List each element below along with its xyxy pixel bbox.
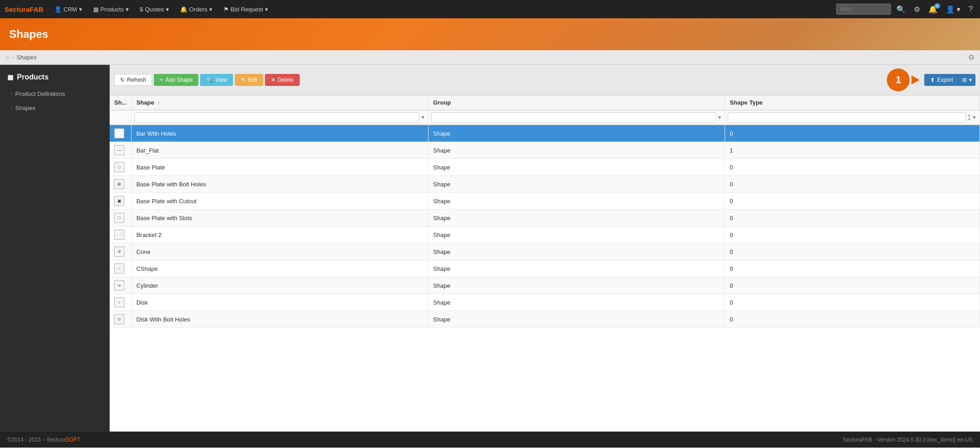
help-input[interactable]	[836, 4, 891, 15]
row-type-cell: 0	[725, 176, 980, 193]
table-row[interactable]: ↺ConeShape0	[110, 243, 980, 260]
filter-cell-sh	[110, 110, 132, 125]
row-icon-cell: —	[110, 142, 132, 159]
sidebar-title-text: Products	[17, 73, 48, 81]
notifications-icon[interactable]: 🔔0	[926, 3, 940, 16]
row-type-cell: 0	[725, 243, 980, 260]
gear-icon[interactable]: ⚙	[911, 3, 923, 16]
flag-icon: ⚑	[223, 6, 229, 13]
col-header-sh: Sh...	[110, 95, 132, 110]
bell-icon: 🔔	[180, 6, 187, 13]
page-title: Shapes	[9, 28, 48, 41]
row-type-cell: 1	[725, 142, 980, 159]
brand-logo: SecturaFAB	[5, 5, 43, 13]
shape-thumbnail-icon: ▣	[114, 196, 124, 206]
row-type-cell: 0	[725, 227, 980, 243]
table-header-row: Sh... Shape ↑ Group Shape Type	[110, 95, 980, 110]
shape-thumbnail-icon: ⊞	[114, 179, 124, 189]
row-type-cell: 0	[725, 210, 980, 227]
shape-thumbnail-icon: ⊙	[114, 314, 124, 324]
footer: ©2014 - 2023 – SecturaSOFT SecturaFAB - …	[0, 432, 980, 448]
type-filter-input[interactable]	[728, 112, 966, 122]
sidebar: ▦ Products › Product Definitions › Shape…	[0, 65, 110, 432]
table-row[interactable]: ⌢CShapeShape0	[110, 260, 980, 277]
row-name-cell: Cylinder	[132, 277, 429, 294]
user-icon[interactable]: 👤 ▾	[943, 3, 963, 16]
top-navigation: SecturaFAB 👤 CRM ▾ ▦ Products ▾ $ Quotes…	[0, 0, 980, 18]
nav-products[interactable]: ▦ Products ▾	[89, 3, 133, 16]
table-row[interactable]: —Bar_FlatShape1	[110, 142, 980, 159]
nav-quotes[interactable]: $ Quotes ▾	[135, 3, 174, 16]
row-name-cell: Base Plate	[132, 159, 429, 176]
crm-label: CRM	[64, 6, 77, 13]
row-group-cell: Shape	[429, 277, 725, 294]
footer-copyright: ©2014 - 2023 – SecturaSOFT	[7, 437, 80, 443]
arrow-icon: ›	[11, 91, 12, 96]
export-button[interactable]: ⬆ Export	[924, 74, 959, 86]
table-row[interactable]: □Base PlateShape0	[110, 159, 980, 176]
col-header-type[interactable]: Shape Type	[725, 95, 980, 110]
row-group-cell: Shape	[429, 227, 725, 243]
row-group-cell: Shape	[429, 142, 725, 159]
chevron-down-icon: ▾	[209, 6, 212, 13]
nav-orders[interactable]: 🔔 Orders ▾	[175, 3, 217, 16]
main-layout: ▦ Products › Product Definitions › Shape…	[0, 65, 980, 432]
annotation-number: 1	[895, 74, 901, 86]
filter-icon[interactable]: ▼	[972, 115, 977, 120]
notifications-badge: 0	[934, 3, 940, 9]
row-type-cell: 0	[725, 193, 980, 210]
breadcrumb-gear-icon[interactable]: ⚙	[968, 53, 975, 62]
table-row[interactable]: ⊞Base Plate with Bolt HolesShape0	[110, 176, 980, 193]
table-row[interactable]: 📄Bracket 2Shape0	[110, 227, 980, 243]
col-header-shape[interactable]: Shape ↑	[132, 95, 429, 110]
home-icon[interactable]: ⌂	[5, 54, 9, 61]
table-row[interactable]: ○DiskShape0	[110, 294, 980, 311]
brand-fab: FAB	[30, 5, 43, 13]
row-icon-cell: ⌢	[110, 260, 132, 277]
chevron-down-icon: ▾	[126, 6, 129, 13]
table-row[interactable]: ▣Base Plate with CutoutShape0	[110, 193, 980, 210]
row-icon-cell: 📄	[110, 227, 132, 243]
products-label: Products	[101, 6, 124, 13]
col-header-group[interactable]: Group	[429, 95, 725, 110]
shape-thumbnail-icon: ⇒	[114, 280, 124, 290]
export-dropdown-button[interactable]: ⊞ ▾	[959, 74, 975, 86]
delete-button[interactable]: ✕ Delete	[265, 74, 300, 86]
delete-icon: ✕	[271, 77, 275, 83]
orders-label: Orders	[189, 6, 207, 13]
table-row[interactable]: ⊙Disk With Bolt HolesShape0	[110, 311, 980, 328]
sidebar-item-label: Product Definitions	[15, 90, 65, 97]
chevron-down-icon: ▾	[166, 6, 169, 13]
row-name-cell: Cone	[132, 243, 429, 260]
refresh-button[interactable]: ↻ Refresh	[114, 74, 152, 86]
table-row[interactable]: □Base Plate with SlotsShape0	[110, 210, 980, 227]
type-filter-spin[interactable]: ▲▼	[967, 113, 971, 121]
chevron-down-icon: ▾	[265, 6, 268, 13]
row-name-cell: CShape	[132, 260, 429, 277]
table-container[interactable]: Sh... Shape ↑ Group Shape Type	[110, 95, 980, 432]
edit-button[interactable]: ✎ Edit	[235, 74, 263, 86]
nav-crm[interactable]: 👤 CRM ▾	[50, 3, 87, 16]
row-name-cell: Disk With Bolt Holes	[132, 311, 429, 328]
shape-filter-input[interactable]	[134, 112, 419, 122]
table-row[interactable]: ⇒CylinderShape0	[110, 277, 980, 294]
add-shape-button[interactable]: + Add Shape	[154, 74, 198, 86]
row-icon-cell: □	[110, 159, 132, 176]
row-type-cell: 0	[725, 311, 980, 328]
view-button[interactable]: 🔍 View	[200, 74, 233, 86]
quotes-label: Quotes	[145, 6, 164, 13]
search-icon[interactable]: 🔍	[894, 3, 908, 16]
nav-bid-request[interactable]: ⚑ Bid Request ▾	[219, 3, 273, 16]
filter-icon[interactable]: ▼	[717, 115, 722, 120]
row-name-cell: Bracket 2	[132, 227, 429, 243]
filter-icon[interactable]: ▼	[420, 115, 425, 120]
bid-request-label: Bid Request	[231, 6, 263, 13]
help-icon[interactable]: ?	[966, 3, 975, 15]
row-icon-cell: ⊙	[110, 311, 132, 328]
sidebar-item-product-definitions[interactable]: › Product Definitions	[0, 87, 110, 101]
annotation-bubble: 1	[887, 69, 910, 91]
table-row[interactable]: ▦Bar With HolesShape0	[110, 125, 980, 142]
shape-thumbnail-icon: 📄	[114, 230, 124, 240]
group-filter-input[interactable]	[431, 112, 716, 122]
sidebar-item-shapes[interactable]: › Shapes	[0, 101, 110, 115]
